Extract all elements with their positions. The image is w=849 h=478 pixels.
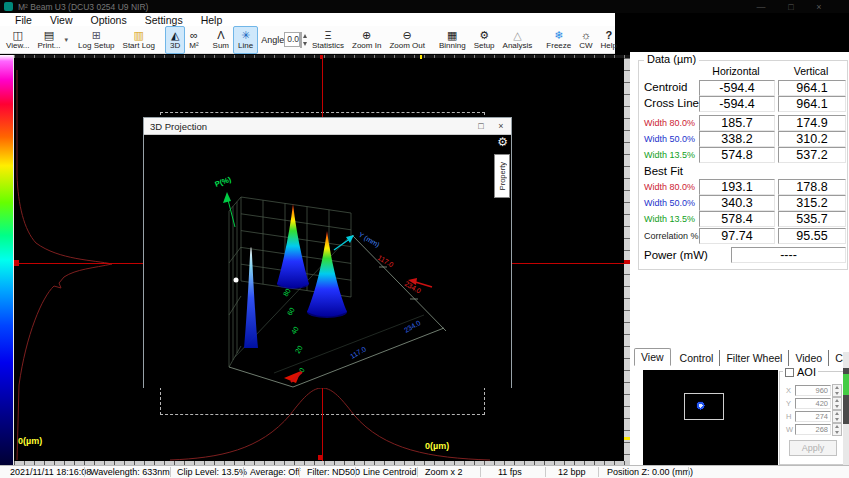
statistics-button[interactable]: Ξ Statistics — [308, 27, 348, 53]
value-bf-width80-v: 178.8 — [778, 179, 846, 195]
aoi-h-stepper[interactable] — [832, 410, 842, 423]
start-log-label: Start Log — [123, 41, 155, 51]
apply-button[interactable]: Apply — [789, 440, 837, 456]
line-icon: ✳ — [241, 29, 250, 41]
status-datetime: 2021/11/11 18:16:08 — [10, 467, 91, 477]
aoi-h-row: H 274 — [786, 411, 842, 422]
status-divider — [243, 467, 244, 477]
column-header-vertical: Vertical — [778, 65, 844, 77]
freeze-button[interactable]: ❄ Freeze — [542, 27, 575, 53]
print-dropdown-icon[interactable]: ▾ — [65, 36, 69, 44]
application-window: M² Beam U3 (DCU3 0254 U9 NIR) — □ × File… — [0, 0, 849, 478]
help-button[interactable]: ? Help — [597, 27, 621, 53]
tab-control[interactable]: Control — [674, 350, 721, 366]
status-divider — [170, 467, 171, 477]
value-bf-width135-v: 535.7 — [778, 211, 846, 227]
start-log-icon: ▥ — [134, 29, 144, 41]
close-icon[interactable]: × — [806, 2, 832, 12]
status-fps: 11 fps — [498, 467, 522, 477]
status-clip-level: Clip Level: 13.5% — [177, 467, 247, 477]
view-button[interactable]: ◫ View... — [2, 27, 33, 53]
cw-button[interactable]: ☼ CW — [575, 27, 596, 53]
beam-peak-2 — [307, 231, 347, 317]
status-bpp: 12 bpp — [558, 467, 586, 477]
aoi-y-row: Y 420 — [786, 398, 842, 409]
aoi-y-input[interactable]: 420 — [795, 398, 831, 409]
start-log-button[interactable]: ▥ Start Log — [119, 27, 159, 53]
zoom-out-button[interactable]: ⊖ Zoom Out — [385, 27, 429, 53]
m2-label: M² — [189, 41, 198, 51]
menu-view[interactable]: View — [41, 14, 82, 26]
tab-view[interactable]: View — [634, 348, 671, 366]
origin-label-bottom: 0(µm) — [425, 441, 449, 451]
projection-maximize-icon[interactable]: □ — [471, 121, 491, 131]
cw-label: CW — [579, 41, 592, 51]
binning-button[interactable]: ▦ Binning — [435, 27, 470, 53]
aoi-title: AOI — [797, 366, 816, 378]
svg-text:40: 40 — [290, 325, 300, 335]
3d-projection-body: P(%) 80 60 40 20 0 Y (mm) 117.0 234.0 — [144, 135, 511, 388]
row-label-cross-line: Cross Line — [644, 97, 699, 109]
panel-scrollbar[interactable] — [843, 352, 849, 465]
menu-help[interactable]: Help — [192, 14, 232, 26]
aoi-y-label: Y — [786, 399, 795, 408]
setup-icon: ⚙ — [479, 29, 489, 41]
zoom-in-button[interactable]: ⊕ Zoom In — [348, 27, 385, 53]
row-label-bf-width135: Width 13.5% — [644, 214, 695, 224]
tab-filter-wheel[interactable]: Filter Wheel — [720, 350, 789, 366]
status-position-z: Position Z: 0.00 (mm) — [607, 467, 693, 477]
value-bf-width80-h: 193.1 — [699, 179, 775, 195]
status-line-centroid: Line Centroid — [363, 467, 417, 477]
aoi-x-stepper[interactable] — [832, 384, 842, 397]
aoi-y-stepper[interactable] — [832, 397, 842, 410]
3d-plot[interactable]: P(%) 80 60 40 20 0 Y (mm) 117.0 234.0 — [144, 135, 511, 388]
maximize-icon[interactable]: □ — [778, 2, 804, 12]
status-divider — [84, 467, 85, 477]
print-button[interactable]: ▤ Print... — [33, 27, 64, 53]
setup-button[interactable]: ⚙ Setup — [470, 27, 499, 53]
aoi-w-input[interactable]: 268 — [795, 424, 831, 435]
status-divider — [417, 467, 418, 477]
gear-icon[interactable]: ⚙ — [497, 136, 508, 148]
3d-button[interactable]: ◭ 3D — [165, 26, 185, 54]
aoi-w-stepper[interactable] — [832, 423, 842, 436]
aoi-x-input[interactable]: 960 — [795, 385, 831, 396]
status-divider — [355, 467, 356, 477]
sum-button[interactable]: Λ Sum — [209, 27, 233, 53]
projection-close-icon[interactable]: × — [491, 121, 511, 131]
y-axis-label: Y (mm) — [357, 231, 381, 249]
property-tab[interactable]: Property — [494, 154, 510, 198]
value-correlation-h: 97.74 — [699, 228, 775, 244]
camera-preview[interactable] — [643, 370, 778, 467]
sum-label: Sum — [213, 41, 229, 51]
value-bf-width50-h: 340.3 — [699, 195, 775, 211]
angle-input[interactable]: 0.0 — [284, 32, 300, 47]
status-zoom: Zoom x 2 — [425, 467, 463, 477]
log-setup-button[interactable]: ⊞ Log Setup — [74, 27, 118, 53]
aoi-checkbox[interactable] — [785, 368, 794, 377]
svg-text:117.0: 117.0 — [349, 345, 367, 360]
aoi-h-input[interactable]: 274 — [795, 411, 831, 422]
3d-projection-titlebar[interactable]: 3D Projection □ × — [144, 118, 511, 135]
svg-text:234.0: 234.0 — [403, 319, 422, 334]
row-label-width135: Width 13.5% — [644, 150, 695, 160]
print-icon: ▤ — [44, 29, 54, 41]
analysis-button[interactable]: △ Analysis — [499, 27, 537, 53]
value-width135-v: 537.2 — [778, 147, 846, 163]
m2-button[interactable]: ∞ M² — [185, 27, 202, 53]
menu-file[interactable]: File — [6, 14, 41, 26]
analysis-icon: △ — [513, 29, 521, 41]
minimize-icon[interactable]: — — [748, 2, 774, 12]
value-crossline-v: 964.1 — [778, 96, 846, 112]
menu-settings[interactable]: Settings — [136, 14, 192, 26]
svg-text:20: 20 — [294, 344, 304, 354]
line-button[interactable]: ✳ Line — [233, 26, 258, 54]
row-label-centroid: Centroid — [644, 81, 687, 93]
tab-video[interactable]: Video — [789, 350, 829, 366]
intensity-colorbar — [0, 55, 14, 465]
z-axis-label: P(%) — [214, 175, 233, 189]
value-width80-v: 174.9 — [778, 115, 846, 131]
angle-stepper[interactable] — [300, 32, 302, 48]
menu-options[interactable]: Options — [82, 14, 136, 26]
data-groupbox: Horizontal Vertical Centroid -594.4 964.… — [638, 60, 848, 270]
